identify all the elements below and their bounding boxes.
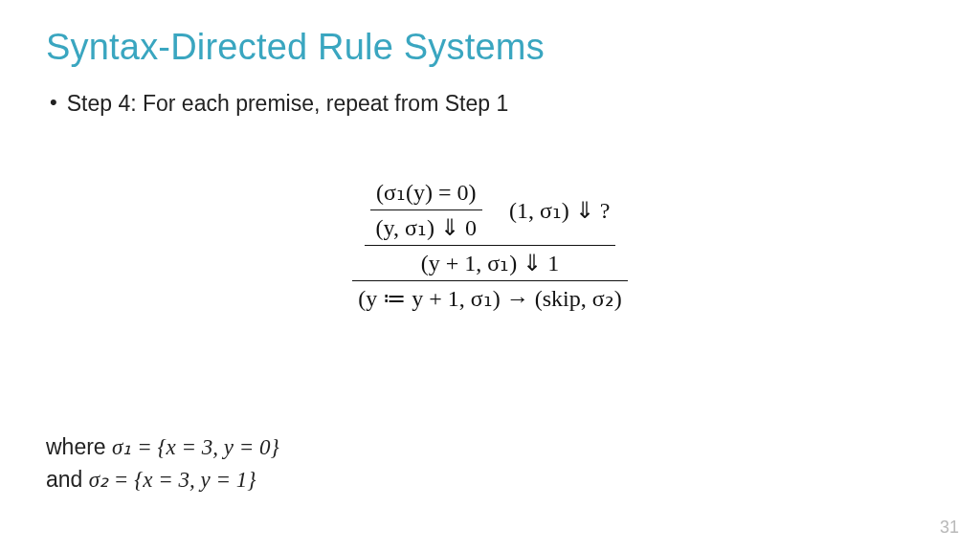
top-side-annotation: (1, σ₁) ⇓ ? [509,196,611,225]
page-title: Syntax-Directed Rule Systems [46,27,934,68]
fraction-bottom-numerator: (σ₁(y) = 0) (y, σ₁) ⇓ 0 (1, σ₁) ⇓ ? (y +… [359,178,622,277]
bullet-step-4: • Step 4: For each premise, repeat from … [50,91,934,117]
and-label: and [46,467,89,492]
sigma1-math: σ₁ = {x = 3, y = 0} [112,435,279,459]
fraction-middle: (σ₁(y) = 0) (y, σ₁) ⇓ 0 (1, σ₁) ⇓ ? (y +… [365,178,616,277]
fraction-top: (σ₁(y) = 0) (y, σ₁) ⇓ 0 [370,178,482,242]
bullet-dot-icon: • [50,92,57,113]
rule-bar-icon [352,280,627,281]
derivation-tree: (σ₁(y) = 0) (y, σ₁) ⇓ 0 (1, σ₁) ⇓ ? (y +… [46,178,934,313]
sigma2-math: σ₂ = {x = 3, y = 1} [89,468,256,492]
rule-bar-icon [370,209,482,210]
page-number: 31 [940,518,959,538]
sigma1-definition: where σ₁ = {x = 3, y = 0} [46,431,279,463]
bot-den: (y ≔ y + 1, σ₁) → (skip, σ₂) [352,284,627,313]
top-premise-row: (σ₁(y) = 0) (y, σ₁) ⇓ 0 (1, σ₁) ⇓ ? [370,178,611,242]
bullet-text: Step 4: For each premise, repeat from St… [67,91,509,117]
mid-den: (y + 1, σ₁) ⇓ 1 [415,249,565,277]
slide: Syntax-Directed Rule Systems • Step 4: F… [0,0,980,551]
rule-bar-icon [365,245,616,246]
top-num: (σ₁(y) = 0) [370,178,481,207]
footer-definitions: where σ₁ = {x = 3, y = 0} and σ₂ = {x = … [46,431,279,496]
sigma2-definition: and σ₂ = {x = 3, y = 1} [46,464,279,496]
where-label: where [46,434,112,459]
top-den: (y, σ₁) ⇓ 0 [370,213,482,242]
fraction-middle-numerator: (σ₁(y) = 0) (y, σ₁) ⇓ 0 (1, σ₁) ⇓ ? [365,178,616,242]
fraction-bottom: (σ₁(y) = 0) (y, σ₁) ⇓ 0 (1, σ₁) ⇓ ? (y +… [352,178,627,313]
